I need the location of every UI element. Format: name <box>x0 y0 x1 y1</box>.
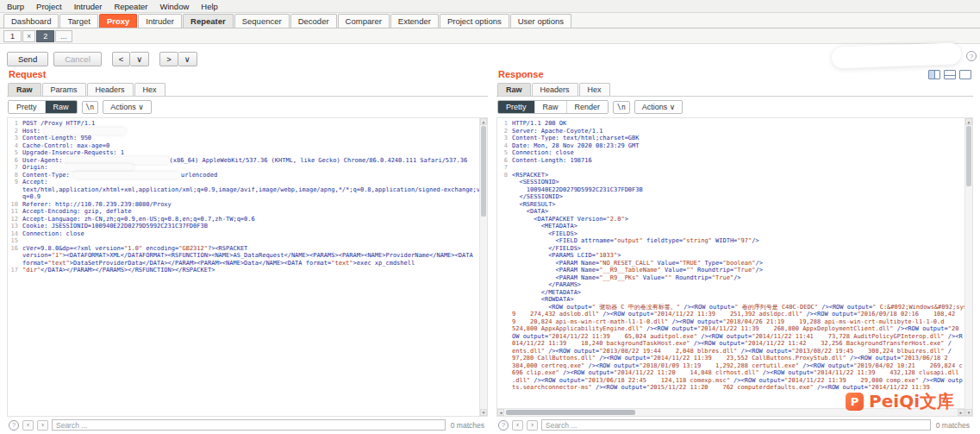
line-number <box>497 260 512 267</box>
redacted-text <box>52 164 134 171</box>
code-line: 524,800 AppxApplicabilityEngine.dll" /><… <box>497 325 964 333</box>
history-back-group: < ∨ <box>112 52 150 66</box>
code-line: 9Accept: <box>8 179 479 186</box>
code-line: 6User-Agent: (x86_64) AppleWebKit/537.36… <box>8 157 479 165</box>
response-render-button[interactable]: Render <box>567 101 609 113</box>
menu-repeater[interactable]: Repeater <box>114 2 147 11</box>
request-actions-button[interactable]: Actions ∨ <box>103 100 152 114</box>
response-horizontal-scrollbar[interactable]: ◀ ▶ <box>497 408 964 416</box>
response-editor[interactable]: 1HTTP/1.1 200 OK2Server: Apache-Coyote/1… <box>496 117 973 417</box>
search-prev-icon[interactable]: ‹ <box>512 420 523 431</box>
scroll-up-icon[interactable]: ▲ <box>965 118 972 125</box>
request-tab-raw[interactable]: Raw <box>8 83 41 96</box>
history-back-button[interactable]: < <box>112 52 131 66</box>
tab-sequencer[interactable]: Sequencer <box>234 14 290 28</box>
response-scroll-thumb[interactable] <box>966 126 971 186</box>
tab-proxy[interactable]: Proxy <box>99 14 137 28</box>
send-button[interactable]: Send <box>7 52 48 66</box>
line-number <box>497 267 512 274</box>
tab-user-options[interactable]: User options <box>510 14 571 28</box>
scroll-left-icon[interactable]: ◀ <box>497 409 504 416</box>
request-tab-hex[interactable]: Hex <box>134 83 165 96</box>
code-line: 14Connection: close <box>8 230 479 238</box>
search-next-icon[interactable]: › <box>527 420 538 431</box>
line-number: 1 <box>8 120 22 128</box>
request-scroll-thumb[interactable] <box>481 126 486 217</box>
scroll-up-icon[interactable]: ▲ <box>480 118 487 125</box>
layout-rows-icon[interactable] <box>944 70 956 79</box>
line-number <box>497 230 512 238</box>
request-message-tabs: Raw Params Headers Hex <box>7 83 488 97</box>
line-number <box>497 340 512 348</box>
request-pretty-button[interactable]: Pretty <box>9 101 46 113</box>
search-help-icon[interactable]: ? <box>498 420 509 431</box>
tab-project-options[interactable]: Project options <box>440 14 509 28</box>
line-number <box>497 362 512 370</box>
more-tabs-button[interactable]: ... <box>55 30 72 42</box>
tab-intruder[interactable]: Intruder <box>138 14 182 28</box>
show-newlines-button[interactable]: \n <box>613 101 630 114</box>
code-line: text/html,application/xhtml+xml,applicat… <box>8 186 479 194</box>
line-number: 11 <box>8 208 22 216</box>
request-editor[interactable]: 1POST /Proxy HTTP/1.12Host: 3Content-Len… <box>7 117 488 417</box>
code-line: OW output="2014/11/22 11:39 65,024 audit… <box>497 333 964 341</box>
menu-help[interactable]: Help <box>201 2 218 11</box>
search-next-icon[interactable]: › <box>37 420 48 431</box>
menu-intruder[interactable]: Intruder <box>74 2 103 11</box>
request-vertical-scrollbar[interactable]: ▲ ▼ <box>479 118 487 416</box>
scroll-right-icon[interactable]: ▶ <box>958 409 964 416</box>
search-prev-icon[interactable]: ‹ <box>22 420 34 431</box>
request-raw-button[interactable]: Raw <box>46 101 77 113</box>
line-number: 5 <box>8 149 22 157</box>
show-newlines-button[interactable]: \n <box>82 101 99 114</box>
line-number <box>497 186 512 194</box>
tab-target[interactable]: Target <box>59 14 97 28</box>
menu-project[interactable]: Project <box>36 2 62 11</box>
response-actions-button[interactable]: Actions ∨ <box>634 100 684 114</box>
code-line: 15 <box>8 237 479 245</box>
response-tab-raw[interactable]: Raw <box>497 83 531 96</box>
menu-window[interactable]: Window <box>160 2 190 11</box>
repeater-tab-1[interactable]: 1 <box>3 30 22 42</box>
code-line: <RSRESULT> <box>497 201 964 209</box>
help-icon[interactable]: ? <box>966 51 977 61</box>
menu-burp[interactable]: Burp <box>7 2 24 11</box>
history-back-dropdown-icon[interactable]: ∨ <box>130 52 149 66</box>
line-number: 6 <box>497 157 512 165</box>
search-help-icon[interactable]: ? <box>9 420 19 431</box>
close-tab-icon[interactable]: × <box>22 30 35 42</box>
line-number <box>497 304 512 311</box>
tab-dashboard[interactable]: Dashboard <box>3 14 59 28</box>
response-tab-headers[interactable]: Headers <box>532 83 578 96</box>
tab-extender[interactable]: Extender <box>390 14 439 28</box>
response-hscroll-thumb[interactable] <box>506 410 635 415</box>
request-tab-headers[interactable]: Headers <box>87 83 134 96</box>
response-pretty-button[interactable]: Pretty <box>498 101 535 113</box>
history-forward-button[interactable]: > <box>159 52 178 66</box>
cancel-button[interactable]: Cancel <box>53 52 102 66</box>
line-number <box>497 237 512 245</box>
response-raw-button[interactable]: Raw <box>535 101 567 113</box>
repeater-tab-2[interactable]: 2 <box>36 30 54 42</box>
tab-decoder[interactable]: Decoder <box>290 14 337 28</box>
layout-single-icon[interactable] <box>959 70 971 79</box>
code-line: <ROW output=" 驱动器 C 中的卷没有标签。" /><ROW out… <box>497 304 964 311</box>
line-number <box>497 179 512 186</box>
request-search-input[interactable] <box>52 419 446 431</box>
tab-repeater[interactable]: Repeater <box>183 14 234 28</box>
request-tab-params[interactable]: Params <box>42 83 86 96</box>
code-line: 8Content-Type: urlencoded <box>8 172 479 179</box>
scroll-down-icon[interactable]: ▼ <box>480 409 487 416</box>
response-search-input[interactable] <box>541 419 931 431</box>
scroll-down-icon[interactable]: ▼ <box>965 409 972 416</box>
line-number: 9 <box>8 179 22 186</box>
code-line: <SESSIONID> <box>497 179 964 186</box>
tab-comparer[interactable]: Comparer <box>338 14 390 28</box>
history-forward-dropdown-icon[interactable]: ∨ <box>178 52 197 66</box>
response-tab-hex[interactable]: Hex <box>579 83 610 96</box>
response-vertical-scrollbar[interactable]: ▲ ▼ <box>964 118 972 416</box>
code-line: <PARAM Name="__R9__PKs" Value="" Roundtr… <box>497 274 964 282</box>
code-line: <FIELD attrname="output" fieldtype="stri… <box>497 237 964 245</box>
layout-columns-icon[interactable] <box>928 70 940 79</box>
line-number <box>497 311 512 318</box>
